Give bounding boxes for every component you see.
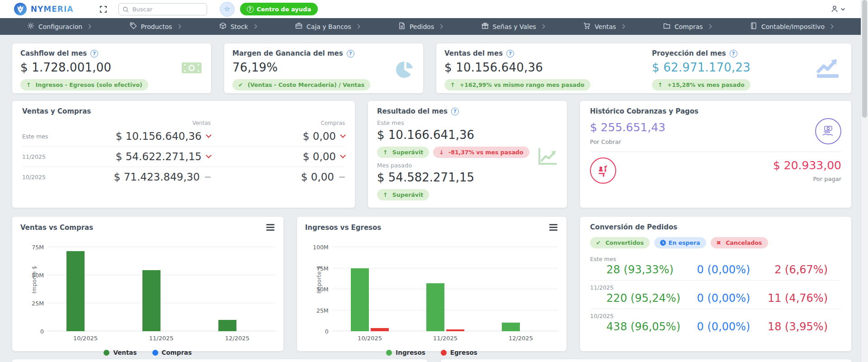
chart-ventas-compras-card: Ventas vs Compras Importe $025M50M75M10/… <box>12 217 283 351</box>
chart-menu-icon[interactable] <box>265 223 275 232</box>
conversion-row: 11/2025 220 (95,24%) 0 (0,00%) 11 (4,76%… <box>590 281 841 309</box>
help-tooltip-icon[interactable]: ? <box>451 108 459 115</box>
scrollbar-thumb[interactable] <box>862 0 867 118</box>
nav-item-caja-y-bancos[interactable]: Caja y Bancos <box>295 22 359 31</box>
table-row: 11/2025 $ 54.622.271,15 $ 0,00 <box>22 147 345 167</box>
kpi-ventas-badge: ↑ +162,99% vs mismo rango mes pasado <box>444 79 590 90</box>
nav-item-se-as-y-vales[interactable]: Señas y Vales <box>481 22 544 31</box>
user-menu[interactable] <box>830 5 845 13</box>
help-center-button[interactable]: ? Centro de ayuda <box>240 3 318 15</box>
cube-icon <box>219 22 226 31</box>
help-tooltip-icon[interactable]: ? <box>730 50 737 57</box>
bar-chart: Importe $025M50M75M100M <box>305 238 559 331</box>
folder-icon <box>663 22 670 31</box>
por-cobrar-value: $ 255.651,43 <box>590 121 665 134</box>
nav-item-contable-impositivo[interactable]: Contable/Impositivo <box>750 22 833 31</box>
bar-ventas-10-2025[interactable] <box>66 251 85 331</box>
legend-item-ingresos[interactable]: Ingresos <box>386 349 425 356</box>
bar-chart: Importe $025M50M75M <box>20 238 275 331</box>
bar-ingresos-10-2025[interactable] <box>351 268 369 331</box>
chart-legend: VentasCompras <box>20 349 275 356</box>
help-tooltip-icon[interactable]: ? <box>347 50 354 57</box>
chevron-right-icon <box>620 24 625 29</box>
por-cobrar-label: Por Cobrar <box>590 138 665 145</box>
nav-item-compras[interactable]: Compras <box>663 22 711 31</box>
x-tick-label: 10/2025 <box>47 335 123 342</box>
legend-dot-icon <box>152 350 158 356</box>
kpi-cashflow-card: Cashflow del mes ? $ 1.728.001,00 ↑ Ingr… <box>12 43 211 93</box>
resultado-title: Resultado del mes <box>377 107 448 115</box>
chevron-right-icon <box>540 24 545 29</box>
search-input[interactable] <box>118 3 207 15</box>
superavit-badge: ↑ Superávit <box>377 147 429 158</box>
scrollbar-track[interactable] <box>861 0 868 362</box>
trend-down-icon <box>340 152 346 158</box>
star-icon: ☆ <box>224 5 230 13</box>
brand-name: NYMERIA <box>31 5 74 14</box>
chart-title: Ingresos vs Egresos <box>305 224 382 232</box>
superavit-badge: ↑ Superávit <box>377 189 429 200</box>
banknote-icon <box>181 61 202 77</box>
resultado-este-mes-value: $ 10.166.641,36 <box>377 128 558 142</box>
kpi-ventas-title: Ventas del mes <box>444 49 503 57</box>
trend-down-icon <box>340 132 346 138</box>
user-icon <box>830 5 839 13</box>
trend-flat-icon <box>205 176 211 178</box>
chevron-right-icon <box>439 24 443 29</box>
nav-item-configuracion[interactable]: Configuracion <box>27 22 90 31</box>
chart-title: Ventas vs Compras <box>20 224 93 232</box>
y-tick-label: 75M <box>32 244 44 251</box>
nav-item-ventas[interactable]: Ventas <box>583 22 624 31</box>
search-box <box>118 3 207 15</box>
favorites-button[interactable]: ☆ <box>220 2 235 17</box>
help-center-label: Centro de ayuda <box>257 6 311 13</box>
pie-chart-icon <box>396 61 414 81</box>
este-mes-label: Este mes <box>377 119 558 126</box>
brand-logo[interactable]: NYMERIA <box>14 2 74 16</box>
bar-ventas-11-2025[interactable] <box>142 270 160 331</box>
divider <box>590 152 841 152</box>
help-tooltip-icon[interactable]: ? <box>90 50 98 57</box>
bar-ingresos-12-2025[interactable] <box>502 323 520 331</box>
x-tick-label: 10/2025 <box>332 335 408 342</box>
conversion-pedidos-card: Conversión de Pedidos ✔ Convertidos En e… <box>580 217 851 351</box>
conversion-row: Este mes 28 (93,33%) 0 (0,00%) 2 (6,67%) <box>590 252 841 281</box>
legend-item-compras[interactable]: Compras <box>152 349 192 356</box>
ventas-compras-card: Ventas y Compras Ventas Compras Este mes… <box>12 101 355 208</box>
x-tick-label: 11/2025 <box>123 335 199 342</box>
nav-item-productos[interactable]: Productos <box>130 22 180 31</box>
kpi-margen-title: Margen de Ganancia del mes <box>232 49 343 57</box>
bar-ingresos-11-2025[interactable] <box>426 283 444 331</box>
por-pagar-value: $ 20.933,00 <box>773 159 841 172</box>
file-icon <box>398 22 406 31</box>
bar-egresos-10-2025[interactable] <box>371 328 389 331</box>
legend-item-ventas[interactable]: Ventas <box>104 349 137 356</box>
ventas-compras-title: Ventas y Compras <box>22 107 345 115</box>
payments-people-icon <box>590 157 616 184</box>
dashboard-page: NYMERIA ☆ ? Centro de ayuda <box>0 0 868 362</box>
convertidos-badge: ✔ Convertidos <box>590 237 650 248</box>
trend-flat-icon <box>339 176 345 178</box>
gear-icon <box>27 22 34 31</box>
y-tick-label: 25M <box>32 300 44 307</box>
kpi-proyeccion-value: $ 62.971.170,23 <box>652 61 843 74</box>
chevron-down-icon <box>840 7 845 12</box>
kpi-cashflow-title: Cashflow del mes <box>20 49 87 57</box>
nav-item-stock[interactable]: Stock <box>219 22 256 31</box>
bar-ventas-12-2025[interactable] <box>218 320 236 331</box>
nav-item-pedidos[interactable]: Pedidos <box>398 22 442 31</box>
kpi-proyeccion-title: Proyección del mes <box>652 49 726 57</box>
col-compras: Compras <box>211 120 345 126</box>
help-tooltip-icon[interactable]: ? <box>506 50 514 57</box>
en-espera-badge: En espera <box>654 237 706 248</box>
y-tick-label: 50M <box>316 286 329 293</box>
bar-egresos-11-2025[interactable] <box>446 329 464 331</box>
chart-menu-icon[interactable] <box>548 223 558 232</box>
y-tick-label: 0 <box>40 328 44 335</box>
fullscreen-icon[interactable] <box>100 6 107 13</box>
legend-item-egresos[interactable]: Egresos <box>441 349 477 356</box>
partial-card <box>12 359 427 362</box>
y-tick-label: 0 <box>325 328 329 335</box>
historico-card: Histórico Cobranzas y Pagos $ 255.651,43… <box>580 101 851 208</box>
kpi-proyeccion-badge: ↑ +15,28% vs mes pasado <box>652 79 750 90</box>
